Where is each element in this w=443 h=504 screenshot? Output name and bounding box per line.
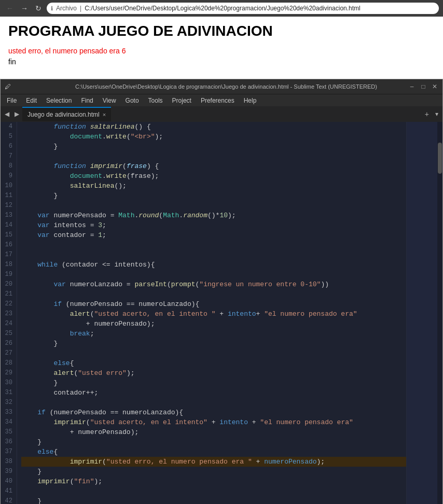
code-line-40: } <box>21 496 406 504</box>
menu-bar: File Edit Selection Find View Goto Tools… <box>1 94 442 106</box>
code-line-6: } <box>21 142 406 151</box>
code-line-16 <box>21 240 406 250</box>
code-line-29: } <box>21 378 406 388</box>
code-line-23: alert("usted acerto, en el intento " + i… <box>21 309 406 319</box>
menu-project[interactable]: Project <box>168 96 196 105</box>
code-line-20: var numeroLanzado = parseInt(prompt("ing… <box>21 279 406 289</box>
url-prefix: Archivo <box>56 5 77 12</box>
code-line-9: document.write(frase); <box>21 171 406 181</box>
back-button[interactable]: ← <box>4 3 16 13</box>
code-line-25: } <box>21 339 406 348</box>
menu-tools[interactable]: Tools <box>144 96 167 105</box>
code-line-11: } <box>21 191 406 201</box>
code-lines: function saltarLinea() { document.write(… <box>17 122 406 504</box>
url-path: C:/Users/user/OneDrive/Desktop/Logica%20… <box>85 5 361 12</box>
tab-next-button[interactable]: ▶ <box>12 109 21 119</box>
code-line-15: var contador = 1; <box>21 230 406 240</box>
code-line-24-cont: + numeroPensado); <box>21 319 406 329</box>
forward-button[interactable]: → <box>19 3 30 13</box>
code-line-38: imprimir("fin"); <box>21 477 406 486</box>
code-line-35: else{ <box>21 447 406 457</box>
code-line-13: var numeroPensado = Math.round(Math.rand… <box>21 211 406 220</box>
code-line-19 <box>21 270 406 279</box>
tab-label: Juego de adivinacion.html <box>27 111 100 118</box>
code-line-27: else{ <box>21 358 406 368</box>
code-line-30: contador++; <box>21 388 406 398</box>
tab-prev-button[interactable]: ◀ <box>3 109 11 119</box>
code-line-33: imprimir("usted acerto, en el intento" +… <box>21 417 406 427</box>
code-line-28: alert("usted erro"); <box>21 368 406 378</box>
lock-icon: ℹ <box>51 5 53 12</box>
code-line-32: if (numeroPensado == numeroLanzado){ <box>21 408 406 417</box>
webpage-content: PROGRAMA JUEGO DE ADIVINACION usted erro… <box>0 17 443 79</box>
page-output: usted erro, el numero pensado era 6 fin <box>8 46 435 67</box>
code-area: 4 5 6 7 8 9 10 11 12 13 14 15 16 17 18 1… <box>1 122 442 504</box>
menu-find[interactable]: Find <box>77 96 97 105</box>
window-controls: – □ ✕ <box>408 83 438 90</box>
code-line-33-cont: + numeroPensado); <box>21 427 406 437</box>
url-bar[interactable]: ℹ Archivo | C:/Users/user/OneDrive/Deskt… <box>47 3 439 14</box>
editor-window: 🖊 C:\Users\user\OneDrive\Desktop\Logica … <box>0 79 443 504</box>
code-line-31 <box>21 398 406 408</box>
tab-juego[interactable]: Juego de adivinacion.html × <box>22 107 111 121</box>
code-line-10: saltarLinea(); <box>21 181 406 191</box>
page-title: PROGRAMA JUEGO DE ADIVINACION <box>8 23 435 39</box>
output-line2: fin <box>8 57 435 67</box>
code-line-21 <box>21 289 406 299</box>
code-line-18: while (contador <= intentos){ <box>21 260 406 270</box>
code-line-7 <box>21 151 406 161</box>
code-line-8: function imprimir(frase) { <box>21 161 406 171</box>
code-line-5: document.write("<br>"); <box>21 132 406 142</box>
maximize-button[interactable]: □ <box>420 83 427 90</box>
code-line-24: break; <box>21 329 406 339</box>
menu-preferences[interactable]: Preferences <box>197 96 239 105</box>
code-line-39 <box>21 486 406 496</box>
close-button[interactable]: ✕ <box>431 83 438 90</box>
scrollbar[interactable] <box>437 122 442 504</box>
menu-help[interactable]: Help <box>240 96 261 105</box>
editor-titlebar: 🖊 C:\Users\user\OneDrive\Desktop\Logica … <box>1 79 442 94</box>
reload-button[interactable]: ↻ <box>33 3 44 13</box>
tab-bar: ◀ ▶ Juego de adivinacion.html × + ▾ <box>1 106 442 122</box>
minimize-button[interactable]: – <box>408 83 416 90</box>
code-line-22: if (numeroPensado == numeroLanzado){ <box>21 299 406 309</box>
output-line1: usted erro, el numero pensado era 6 <box>8 46 435 57</box>
menu-edit[interactable]: Edit <box>22 96 41 105</box>
code-line-14: var intentos = 3; <box>21 220 406 230</box>
code-line-36: imprimir("usted erro, el numero pensado … <box>21 457 406 467</box>
editor-icon: 🖊 <box>5 83 11 90</box>
editor-title: C:\Users\user\OneDrive\Desktop\Logica de… <box>14 83 438 90</box>
line-numbers: 4 5 6 7 8 9 10 11 12 13 14 15 16 17 18 1… <box>1 122 17 504</box>
minimap <box>406 122 437 504</box>
browser-bar: ← → ↻ ℹ Archivo | C:/Users/user/OneDrive… <box>0 0 443 17</box>
code-line-34: } <box>21 437 406 447</box>
menu-goto[interactable]: Goto <box>121 96 143 105</box>
code-line-17 <box>21 250 406 260</box>
code-line-12 <box>21 201 406 211</box>
tab-add-button[interactable]: + <box>422 109 432 119</box>
menu-selection[interactable]: Selection <box>42 96 76 105</box>
tab-close-button[interactable]: × <box>103 111 106 118</box>
scrollbar-thumb[interactable] <box>438 143 442 174</box>
tab-menu-button[interactable]: ▾ <box>433 109 440 119</box>
code-line-37: } <box>21 467 406 477</box>
code-line-26 <box>21 348 406 358</box>
code-line-4: function saltarLinea() { <box>21 122 406 132</box>
menu-file[interactable]: File <box>3 96 21 105</box>
menu-view[interactable]: View <box>99 96 120 105</box>
